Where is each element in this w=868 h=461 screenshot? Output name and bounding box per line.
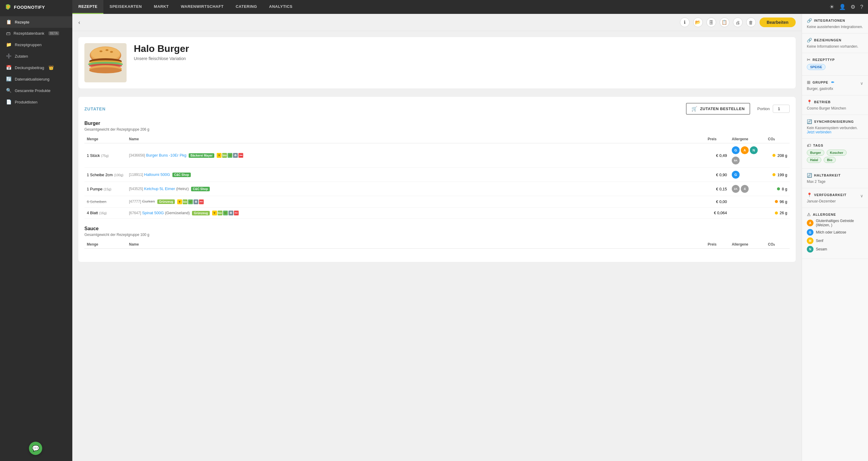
menge-cell: 6 Scheiben [84, 196, 127, 208]
rezeptdatenbank-icon: 🗃 [6, 31, 10, 36]
supplier-badge: Grünzeug [192, 211, 210, 215]
beziehungen-title: 🔗 BEZIEHUNGEN [807, 38, 863, 42]
chat-button[interactable]: 💬 [29, 442, 42, 455]
zutaten-icon: ➕ [6, 53, 12, 59]
co2-cell: 8 g [766, 182, 789, 196]
nav-tab-analytics[interactable]: ANALYTICS [263, 0, 299, 14]
logo-icon [5, 4, 11, 10]
haltbarkeit-value: Max 2 Tage [807, 179, 863, 184]
sidebar-item-datenaktualisierung[interactable]: 🔄 Datenaktualisierung [0, 73, 72, 85]
supplier-badge: Bäckerei Mayer [189, 153, 214, 158]
ingredient-link[interactable]: Spinat 500G [142, 210, 164, 215]
info-button[interactable]: ℹ [680, 18, 689, 27]
y-icon: Y [177, 199, 182, 204]
allergene-title: ⚠ ALLERGENE [807, 212, 863, 217]
gruppe-icon: ⊞ [807, 80, 811, 85]
ingredient-link[interactable]: Burger Buns -10Er Pkg [146, 153, 187, 157]
ingredient-link[interactable]: Halloumi 500G [144, 172, 170, 177]
right-panel: 🔗 INTEGRATIONEN Keine ausstehenden Integ… [802, 14, 868, 461]
sidebar-item-rezepte[interactable]: 📋 Rezepte [0, 16, 72, 28]
co2-dot [775, 211, 778, 214]
portion-input[interactable] [773, 105, 789, 113]
tag-bio[interactable]: Bio [824, 157, 836, 163]
ingredient-link[interactable]: Ketchup 5L Eimer [144, 186, 175, 191]
ingredient-link[interactable]: Gurken [142, 199, 155, 204]
folder-button[interactable]: 📂 [693, 18, 703, 27]
y-icon: Y [217, 153, 221, 158]
panel-verfügbarkeit: 📍 VERFÜGBARKEIT ∨ Januar-Dezember [802, 188, 868, 208]
betrieb-value: Cosmo Burger München [807, 106, 863, 110]
nav-tab-warenwirtschaft[interactable]: WARENWIRTSCHAFT [175, 0, 230, 14]
nav-tab-rezepte[interactable]: REZEPTE [72, 0, 103, 14]
user-icon[interactable]: 👤 [839, 4, 846, 10]
bio-icon: bio [183, 199, 187, 204]
panel-synchronisierung: 🔄 SYNCHRONISIERUNG Kein Kassensystem ver… [802, 115, 868, 139]
synchronisierung-link[interactable]: Jetzt verbinden [807, 130, 863, 134]
panel-beziehungen: 🔗 BEZIEHUNGEN Keine Informationen vorhan… [802, 33, 868, 53]
sidebar-item-zutaten[interactable]: ➕ Zutaten [0, 50, 72, 62]
beziehungen-value: Keine Informationen vorhanden. [807, 45, 863, 49]
back-button[interactable]: ‹ [79, 19, 80, 26]
verfügbarkeit-title: 📍 VERFÜGBARKEIT [807, 193, 846, 197]
main-layout: 📋 Rezepte 🗃 Rezeptdatenbank BETA 📁 Rezep… [0, 14, 868, 461]
small-icons: Y bio 🌿 ♻ 🇦🇹 [217, 153, 243, 158]
sun-icon[interactable]: ☀ [830, 4, 834, 10]
gruppe-chevron[interactable]: ∨ [860, 81, 863, 86]
tag-burger[interactable]: Burger [807, 150, 824, 156]
burger-image-svg [86, 45, 125, 81]
settings-icon[interactable]: ⚙ [850, 4, 855, 10]
panel-haltbarkeit: 🔄 HALTBARKEIT Max 2 Tage [802, 169, 868, 188]
co2-cell: 199 g [766, 168, 789, 182]
help-icon[interactable]: ? [860, 4, 863, 10]
delete-button[interactable]: 🗑 [746, 18, 756, 27]
menge-cell: 1 Stück (75g) [84, 143, 127, 168]
col-preis-header2: Preis [705, 240, 730, 249]
recipe-content: Halo Burger Unsere fleischlose Variation… [72, 31, 802, 461]
sidebar-item-produktlisten[interactable]: 📄 Produktlisten [0, 96, 72, 108]
recipe-image [84, 43, 127, 82]
at-icon: 🇦🇹 [234, 210, 239, 215]
verfügbarkeit-chevron[interactable]: ∨ [860, 193, 863, 198]
group-burger-title: Burger [84, 121, 789, 126]
panel-allergen-row: G Milch oder Laktose [807, 229, 863, 236]
tag-koscher[interactable]: Koscher [827, 150, 846, 156]
synchronisierung-value: Kein Kassensystem verbunden. [807, 126, 863, 130]
bearbeiten-button[interactable]: Bearbeiten [760, 18, 796, 27]
allergen-9a: 9A [732, 156, 740, 165]
ingredients-order-button[interactable]: 🛒 ZUTATEN BESTELLEN [686, 103, 750, 115]
supplier-badge: C&C Shop [191, 187, 210, 191]
sidebar-item-gescannte[interactable]: 🔍 Gescannte Produkte [0, 85, 72, 96]
ingredients-header: ZUTATEN 🛒 ZUTATEN BESTELLEN Portion [84, 103, 789, 115]
betrieb-icon: 📍 [807, 99, 812, 105]
group-burger: Burger Gesamtgewicht der Rezeptgruppe 20… [84, 121, 789, 219]
tag-halal[interactable]: Halal [807, 157, 821, 163]
co2-cell: 26 g [766, 207, 789, 219]
panel-allergen-row: N Sesam [807, 246, 863, 253]
preis-cell: € 0,49 [705, 143, 730, 168]
gruppe-edit-icon[interactable]: ✏ [831, 80, 835, 84]
sidebar-item-deckungsbeitrag[interactable]: 📅 Deckungsbeitrag 👑 [0, 62, 72, 73]
allergen-cell [730, 196, 766, 208]
portion-label: Portion [757, 107, 770, 111]
rezeptgruppen-icon: 📁 [6, 42, 12, 47]
nav-tab-markt[interactable]: MARKT [148, 0, 175, 14]
bio-icon: bio [222, 153, 227, 158]
nav-tab-speisekarten[interactable]: SPEISEKARTEN [103, 0, 148, 14]
print-button[interactable]: 🖨 [733, 18, 743, 27]
menge-cell: 1 Scheibe 2cm (100g) [84, 168, 127, 182]
database-button[interactable]: 🗄 [707, 18, 716, 27]
integrationen-icon: 🔗 [807, 18, 812, 23]
recycle-icon: ♻ [233, 153, 238, 158]
gruppe-header-row: ⊞ GRUPPE ✏ ∨ [807, 80, 863, 87]
co2-dot [772, 154, 775, 157]
copy-button[interactable]: 📋 [720, 18, 730, 27]
rezepttyp-tag[interactable]: SPEISE [807, 64, 826, 70]
co2-cell: 96 g [766, 196, 789, 208]
sidebar-item-rezeptdatenbank[interactable]: 🗃 Rezeptdatenbank BETA [0, 28, 72, 39]
table-row: 1 Pumpe (15g) [543525] Ketchup 5L Eimer … [84, 182, 789, 196]
ingredients-table-burger: Menge Name Preis Allergene CO₂ [84, 135, 789, 219]
leaf-icon: 🌿 [188, 199, 193, 204]
nav-tab-catering[interactable]: CATERING [230, 0, 263, 14]
sidebar-item-rezeptgruppen[interactable]: 📁 Rezeptgruppen [0, 39, 72, 50]
co2-value: 26 g [768, 210, 787, 215]
